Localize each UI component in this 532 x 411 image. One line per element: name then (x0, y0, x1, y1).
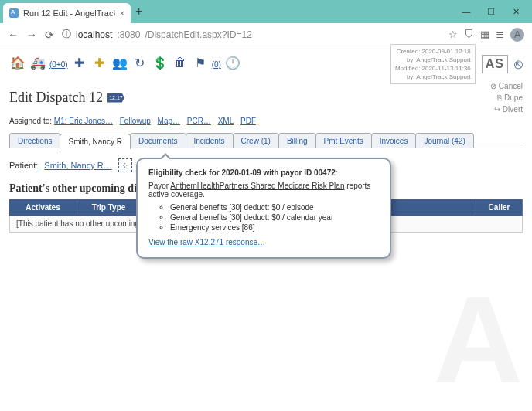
action-links: ⊘ Cancel ⎘ Dupe ↪ Divert (490, 80, 523, 115)
url-field[interactable]: ⓘ localhost:8080/DispatchEdit.aspx?ID=12 (62, 28, 441, 41)
truck-count-link[interactable]: (0+0) (49, 60, 68, 69)
col-caller: Caller (476, 199, 523, 216)
favicon (9, 8, 19, 18)
eligibility-tooltip: Eligibility check for 2020-01-09 with pa… (136, 158, 391, 259)
forward-button[interactable]: → (26, 29, 37, 41)
star-icon[interactable]: ☆ (448, 29, 458, 40)
background-watermark: A (433, 278, 523, 402)
pdf-link[interactable]: PDF (240, 117, 256, 125)
tab-directions[interactable]: Directions (9, 133, 60, 148)
minimize-button[interactable]: — (459, 7, 473, 17)
flag-icon[interactable]: ⚑ (192, 56, 209, 73)
divert-link[interactable]: ↪ Divert (494, 105, 523, 114)
tab-patient[interactable]: Smith, Nancy R (60, 134, 130, 149)
list-icon[interactable]: ≣ (496, 29, 504, 40)
assigned-to-link[interactable]: M1: Eric Jones… (54, 117, 113, 125)
site-info-icon[interactable]: ⓘ (62, 28, 71, 41)
tab-billing[interactable]: Billing (278, 133, 316, 148)
as-logo: AS (482, 55, 508, 73)
page-title: Edit Dispatch 12 (9, 90, 103, 106)
new-tab-button[interactable]: + (135, 5, 142, 19)
patient-select-icon[interactable]: ⁘ (118, 158, 132, 172)
map-link[interactable]: Map… (158, 117, 180, 125)
tab-incidents[interactable]: Incidents (186, 133, 234, 148)
address-bar: ← → ⟳ ⓘ localhost:8080/DispatchEdit.aspx… (0, 23, 532, 46)
browser-tab[interactable]: Run 12 Edit - AngelTrack × (3, 3, 131, 23)
browser-titlebar: Run 12 Edit - AngelTrack × + — ☐ ✕ (0, 0, 532, 23)
back-button[interactable]: ← (8, 29, 19, 41)
meta-box: Created: 2020-09-01 12:18 by: AngelTrack… (390, 44, 476, 85)
star-plus-icon[interactable]: ✚ (91, 56, 108, 73)
time-flag: 12:17 (107, 93, 124, 103)
people-icon[interactable]: 👥 (111, 56, 128, 73)
flag-count-link[interactable]: (0) (212, 60, 221, 69)
benefit-item: General benefits [30] deduct: $0 / calen… (170, 213, 379, 222)
patient-link[interactable]: Smith, Nancy R… (44, 161, 111, 170)
xml-link[interactable]: XML (218, 117, 234, 125)
pcr-link[interactable]: PCR… (187, 117, 211, 125)
col-trip-type: Trip Type (77, 199, 141, 216)
tab-crew[interactable]: Crew (1) (233, 133, 279, 148)
app-toolbar: 🏠 🚑 (0+0) ✚ ✚ 👥 ↻ 💲 🗑 ⚑ (0) 🕘 Created: 2… (9, 51, 523, 77)
benefit-item: Emergency services [86] (170, 223, 379, 232)
sub-links: Assigned to: M1: Eric Jones… Followup Ma… (9, 117, 523, 125)
profile-avatar[interactable]: A (510, 28, 524, 42)
tooltip-title: Eligibility check for 2020-01-09 with pa… (148, 168, 336, 177)
refresh-money-icon[interactable]: ↻ (131, 56, 148, 73)
shield-ext-icon[interactable]: ⛉ (464, 29, 474, 40)
clock-icon[interactable]: 🕘 (224, 56, 241, 73)
followup-link[interactable]: Followup (120, 117, 151, 125)
plan-name: AnthemHealthPartners Shared Medicare Ris… (170, 182, 344, 190)
money-icon[interactable]: 💲 (152, 56, 169, 73)
puzzle-icon[interactable]: ▦ (480, 29, 489, 40)
record-tabs: Directions Smith, Nancy R Documents Inci… (9, 133, 523, 148)
plus-icon[interactable]: ✚ (71, 56, 88, 73)
tab-title: Run 12 Edit - AngelTrack (23, 8, 115, 18)
home-icon[interactable]: 🏠 (9, 56, 26, 73)
benefit-item: General benefits [30] deduct: $0 / episo… (170, 203, 379, 212)
close-window-button[interactable]: ✕ (509, 7, 523, 17)
tab-pmt-events[interactable]: Pmt Events (315, 133, 372, 148)
url-host: localhost (76, 29, 112, 40)
maximize-button[interactable]: ☐ (484, 7, 498, 17)
exit-icon[interactable]: ⎋ (514, 56, 523, 73)
close-tab-icon[interactable]: × (120, 8, 124, 18)
tab-invoices[interactable]: Invoices (371, 133, 417, 148)
reload-button[interactable]: ⟳ (45, 29, 54, 41)
dupe-link[interactable]: ⎘ Dupe (497, 93, 523, 102)
tab-journal[interactable]: Journal (42) (415, 133, 473, 148)
cancel-link[interactable]: ⊘ Cancel (490, 82, 523, 90)
tab-documents[interactable]: Documents (130, 133, 186, 148)
raw-response-link[interactable]: View the raw X12.271 response… (148, 238, 265, 246)
trash-icon[interactable]: 🗑 (172, 56, 189, 73)
col-activates: Activates (9, 199, 77, 216)
ambulance-icon[interactable]: 🚑 (29, 56, 46, 73)
